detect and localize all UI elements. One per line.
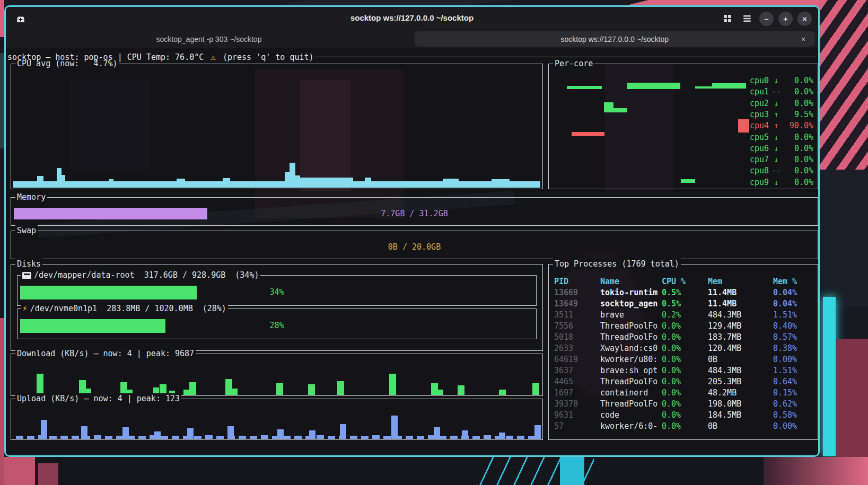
process-cell: brave (600, 310, 660, 320)
titlebar[interactable]: socktop ws://127.0.0.0 ~/socktop – + × (6, 7, 818, 30)
process-cell: 129.4MB (708, 321, 770, 331)
core-arrow: ↓ (769, 76, 784, 85)
artwork-left-sliver-top (0, 0, 4, 37)
core-arrow: ↑ (769, 110, 784, 119)
download-bar (308, 384, 315, 395)
upload-bar (187, 428, 194, 439)
upload-bar (309, 430, 315, 439)
per-core-panel: Per-core cpu0↓0.0%cpu1--0.0%cpu2↓0.0%cpu… (548, 64, 818, 189)
upload-baseline-bar (105, 436, 112, 439)
process-cell: brave:sh_opt (600, 366, 660, 375)
core-row-cpu8: cpu8--0.0% (750, 165, 813, 176)
memory-panel: Memory 7.7GB / 31.2GB (11, 197, 818, 226)
process-cell: tokio-runtim (600, 288, 660, 297)
upload-baseline-bar (406, 436, 413, 439)
process-cell: 0.64% (773, 377, 816, 386)
cpu-spike-bar (57, 168, 62, 181)
core-name: cpu1 (750, 87, 769, 96)
upload-baseline-bar (417, 436, 424, 439)
app-header: socktop — host: pop-os | CPU Temp: 76.0°… (7, 52, 816, 62)
tab-socktop-agent[interactable]: socktop_agent -p 303 ~/socktop (6, 30, 412, 48)
core-arrow: ↓ (769, 99, 784, 108)
disk-item-nvme: ⚡ /dev/nvme0n1p1 283.8MB / 1020.0MB (28%… (17, 308, 537, 339)
upload-baseline-bar (506, 436, 513, 439)
terminal-content[interactable]: socktop — host: pop-os | CPU Temp: 76.0°… (6, 48, 818, 455)
upload-baseline-bar (16, 436, 23, 439)
upload-bar (81, 426, 87, 439)
upload-baseline-bar (350, 436, 357, 439)
artwork-bottom-pink-small (38, 463, 58, 485)
disks-title: Disks (15, 259, 42, 269)
artwork-right-mid (819, 170, 868, 307)
core-val: 0.0% (784, 178, 813, 187)
upload-baseline-bar (49, 436, 57, 439)
process-cell: 0.0% (662, 332, 705, 342)
upload-baseline-bar (94, 435, 101, 439)
upload-baseline-bar (172, 436, 179, 439)
process-cell: 1.51% (773, 366, 816, 375)
process-cell: 198.0MB (708, 399, 770, 409)
upload-bar (122, 427, 129, 439)
core-arrow: ↓ (769, 133, 784, 142)
cpu-spike-bar (443, 179, 459, 181)
cpu-spike-bar (37, 176, 43, 181)
process-cell: 0.0% (662, 377, 705, 386)
core-name: cpu6 (750, 144, 769, 153)
download-bar (389, 374, 396, 395)
upload-baseline-bar (328, 436, 335, 439)
cpu-spike-bar (300, 178, 353, 181)
close-window-button[interactable]: × (797, 12, 812, 26)
core-name: cpu7 (750, 155, 769, 164)
disk-label: /dev/nvme0n1p1 283.8MB / 1020.0MB (28%) (30, 303, 226, 314)
upload-bar (227, 426, 234, 439)
core-val: 0.0% (784, 166, 813, 175)
process-cell: 0.0% (662, 343, 705, 353)
process-cell: 0.0% (662, 321, 705, 331)
processes-panel: Top Processes (1769 total) PID Name CPU … (548, 264, 818, 440)
core-arrow: -- (769, 166, 784, 175)
download-bar (458, 385, 464, 395)
upload-baseline-bar (317, 435, 324, 439)
process-cell: 0.04% (773, 299, 816, 308)
process-cell: 2633 (554, 343, 598, 353)
desktop: socktop ws://127.0.0.0 ~/socktop – + × (0, 0, 868, 485)
upload-baseline-bar (372, 435, 380, 439)
process-cell: 183.7MB (708, 332, 770, 342)
upload-chart (12, 402, 542, 439)
process-cell: 0.0% (662, 366, 705, 375)
upload-baseline-bar (239, 436, 246, 439)
core-row-cpu7: cpu7↓0.0% (750, 154, 813, 165)
header-quit-hint: (press 'q' to quit) (218, 52, 314, 62)
upload-bar (534, 425, 541, 439)
process-cell: 0.58% (773, 410, 816, 420)
download-bar (532, 383, 539, 395)
process-cell: 48.2MB (708, 388, 770, 398)
upload-baseline-bar (161, 436, 168, 439)
core-name: cpu5 (750, 133, 769, 142)
process-cell: ThreadPoolFo (600, 399, 660, 409)
tab-socktop-active[interactable]: socktop ws://127.0.0.0 ~/socktop × (415, 31, 815, 47)
process-cell: 0.0% (662, 399, 705, 409)
minimize-button[interactable]: – (759, 12, 774, 26)
process-cell: 1.51% (773, 310, 816, 320)
process-cell: 11.4MB (708, 299, 770, 308)
menu-button[interactable] (740, 11, 755, 26)
download-bar (183, 390, 189, 395)
process-cell: 0.57% (773, 332, 816, 342)
maximize-button[interactable]: + (778, 12, 793, 26)
lightning-icon: ⚡ (22, 303, 28, 314)
tab-overview-button[interactable] (720, 11, 735, 26)
cpu-spike-bar (285, 172, 290, 181)
upload-baseline-bar (138, 436, 146, 439)
tab-bar: socktop_agent -p 303 ~/socktop socktop w… (6, 30, 818, 48)
core-arrow: ↓ (769, 144, 784, 153)
core-row-cpu2: cpu2↓0.0% (750, 98, 813, 109)
cpu-spike-bar (62, 175, 65, 181)
upload-bar (434, 427, 440, 439)
process-cell: 0.0% (662, 410, 705, 420)
core-row-cpu4: cpu4↑90.0% (738, 120, 813, 131)
window-controls: – + × (720, 11, 812, 27)
close-tab-button[interactable]: × (798, 34, 809, 45)
cpu-spike-bar (492, 179, 510, 181)
core-name: cpu8 (750, 166, 769, 175)
